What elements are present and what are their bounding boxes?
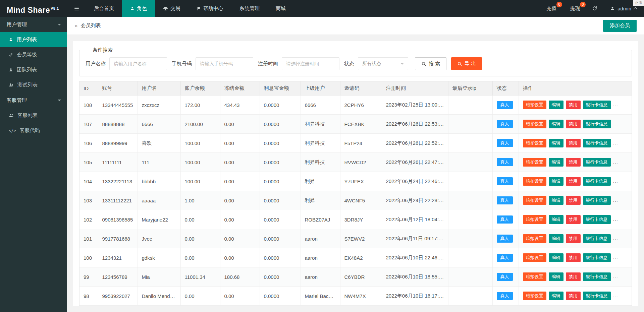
bank-card-button[interactable]: 银行卡信息: [583, 292, 611, 300]
nav-item[interactable]: 后台首页: [86, 0, 122, 17]
deduction-settings-button[interactable]: 暗扣设置: [523, 215, 546, 224]
edit-button[interactable]: 编辑: [549, 272, 564, 281]
edit-button[interactable]: 编辑: [549, 158, 564, 167]
edit-button[interactable]: 编辑: [549, 234, 564, 243]
regtime-input[interactable]: [282, 57, 339, 70]
more-actions[interactable]: ...: [613, 254, 619, 260]
bank-card-button[interactable]: 银行卡信息: [583, 253, 611, 262]
edit-button[interactable]: 编辑: [549, 215, 564, 224]
deduction-settings-button[interactable]: 暗扣设置: [523, 101, 546, 109]
search-button[interactable]: 搜 索: [415, 57, 446, 70]
disable-button[interactable]: 禁用: [566, 253, 581, 262]
more-actions[interactable]: ...: [613, 273, 619, 279]
more-actions[interactable]: ...: [613, 216, 619, 222]
more-actions[interactable]: ...: [613, 140, 619, 145]
disable-button[interactable]: 禁用: [566, 177, 581, 186]
deduction-settings-button[interactable]: 暗扣设置: [523, 139, 546, 147]
bank-card-button[interactable]: 银行卡信息: [583, 120, 611, 128]
bank-card-button[interactable]: 银行卡信息: [583, 272, 611, 281]
scales-icon: [163, 6, 168, 11]
export-button[interactable]: 导 出: [451, 57, 482, 70]
status-badge[interactable]: 真人: [497, 292, 513, 300]
nav-item[interactable]: 角色: [122, 0, 155, 17]
more-actions[interactable]: ...: [613, 102, 619, 107]
cell-account: 888899999: [98, 134, 138, 153]
cell-parent: 利昇: [301, 191, 340, 210]
deduction-settings-button[interactable]: 暗扣设置: [523, 177, 546, 186]
disable-button[interactable]: 禁用: [566, 215, 581, 224]
disable-button[interactable]: 禁用: [566, 234, 581, 243]
nav-item-label: 帮助中心: [203, 5, 223, 12]
add-member-button[interactable]: 添加会员: [603, 20, 637, 32]
nav-item[interactable]: 帮助中心: [189, 0, 231, 17]
withdraw-link[interactable]: 提现 0: [563, 0, 587, 17]
deduction-settings-button[interactable]: 暗扣设置: [523, 158, 546, 167]
bank-card-button[interactable]: 银行卡信息: [583, 101, 611, 109]
deduction-settings-button[interactable]: 暗扣设置: [523, 234, 546, 243]
sidebar-item[interactable]: 团队列表: [0, 62, 67, 77]
menu-toggle-button[interactable]: [67, 0, 86, 17]
sidebar-group-title[interactable]: 客服管理: [0, 92, 67, 108]
sidebar-item[interactable]: 会员等级: [0, 47, 67, 62]
disable-button[interactable]: 禁用: [566, 139, 581, 147]
sidebar-item[interactable]: 测试列表: [0, 77, 67, 92]
disable-button[interactable]: 禁用: [566, 272, 581, 281]
cell-balance: 300.00: [180, 306, 220, 306]
phone-input[interactable]: [196, 57, 253, 70]
status-badge[interactable]: 真人: [497, 235, 513, 243]
edit-button[interactable]: 编辑: [549, 292, 564, 300]
sidebar-item[interactable]: </>客服代码: [0, 123, 67, 138]
status-select[interactable]: 所有状态: [358, 57, 408, 70]
more-actions[interactable]: ...: [613, 159, 619, 165]
cell-id: 107: [79, 115, 98, 134]
recharge-link[interactable]: 充值 0: [540, 0, 563, 17]
table-row: 10313311112221aaaaa1.000.000.0000利昇4WCNF…: [79, 191, 632, 210]
sidebar-item[interactable]: 用户列表: [0, 32, 67, 47]
header: Mind ShareV8.1 后台首页角色交易帮助中心系统管理商城 充值 0 提…: [0, 0, 644, 17]
more-actions[interactable]: ...: [613, 121, 619, 126]
sidebar-item[interactable]: 客服列表: [0, 108, 67, 123]
more-actions[interactable]: ...: [613, 178, 619, 184]
disable-button[interactable]: 禁用: [566, 120, 581, 128]
nav-item[interactable]: 交易: [155, 0, 189, 17]
nav-item[interactable]: 系统管理: [231, 0, 268, 17]
deduction-settings-button[interactable]: 暗扣设置: [523, 292, 546, 300]
status-badge[interactable]: 真人: [497, 101, 513, 109]
disable-button[interactable]: 禁用: [566, 292, 581, 300]
deduction-settings-button[interactable]: 暗扣设置: [523, 196, 546, 205]
status-badge[interactable]: 真人: [497, 196, 513, 204]
refresh-button[interactable]: [587, 0, 603, 17]
sidebar-group-title[interactable]: 用户管理: [0, 17, 67, 32]
username-input[interactable]: [109, 57, 167, 70]
edit-button[interactable]: 编辑: [549, 177, 564, 186]
bank-card-button[interactable]: 银行卡信息: [583, 177, 611, 186]
status-badge[interactable]: 真人: [497, 215, 513, 224]
more-actions[interactable]: ...: [613, 197, 619, 203]
bank-card-button[interactable]: 银行卡信息: [583, 158, 611, 167]
bank-card-button[interactable]: 银行卡信息: [583, 234, 611, 243]
nav-item[interactable]: 商城: [268, 0, 294, 17]
bank-card-button[interactable]: 银行卡信息: [583, 196, 611, 205]
edit-button[interactable]: 编辑: [549, 139, 564, 147]
status-badge[interactable]: 真人: [497, 273, 513, 281]
status-badge[interactable]: 真人: [497, 120, 513, 128]
disable-button[interactable]: 禁用: [566, 101, 581, 109]
cell-actions: 暗扣设置编辑禁用银行卡信息...: [519, 153, 632, 172]
deduction-settings-button[interactable]: 暗扣设置: [523, 120, 546, 128]
bank-card-button[interactable]: 银行卡信息: [583, 139, 611, 147]
edit-button[interactable]: 编辑: [549, 253, 564, 262]
status-badge[interactable]: 真人: [497, 177, 513, 185]
more-actions[interactable]: ...: [613, 235, 619, 241]
disable-button[interactable]: 禁用: [566, 196, 581, 205]
bank-card-button[interactable]: 银行卡信息: [583, 215, 611, 224]
status-badge[interactable]: 真人: [497, 254, 513, 262]
deduction-settings-button[interactable]: 暗扣设置: [523, 253, 546, 262]
more-actions[interactable]: ...: [613, 293, 619, 298]
deduction-settings-button[interactable]: 暗扣设置: [523, 272, 546, 281]
disable-button[interactable]: 禁用: [566, 158, 581, 167]
edit-button[interactable]: 编辑: [549, 196, 564, 205]
edit-button[interactable]: 编辑: [549, 101, 564, 109]
edit-button[interactable]: 编辑: [549, 120, 564, 128]
status-badge[interactable]: 真人: [497, 139, 513, 147]
status-badge[interactable]: 真人: [497, 158, 513, 166]
